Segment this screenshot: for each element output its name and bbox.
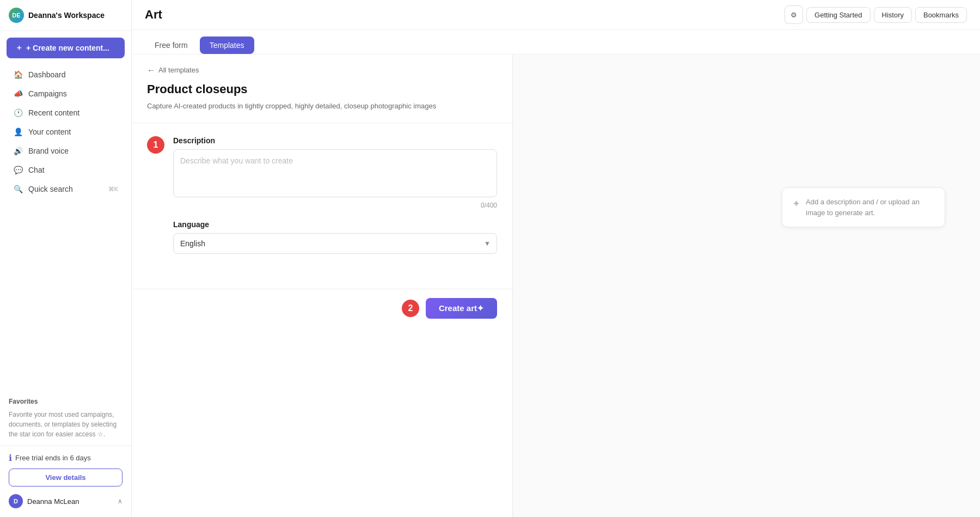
char-count: 0/400 <box>173 202 497 209</box>
user-name: Deanna McLean <box>27 497 79 506</box>
search-icon: 🔍 <box>13 184 23 194</box>
top-bar: Art ⚙ Getting Started History Bookmarks <box>132 0 980 30</box>
main-content: Art ⚙ Getting Started History Bookmarks … <box>132 0 980 517</box>
left-panel: ← All templates Product closeups Capture… <box>132 54 513 517</box>
template-description: Capture AI-created products in tightly c… <box>147 101 497 112</box>
content-area: ← All templates Product closeups Capture… <box>132 54 980 517</box>
create-new-button[interactable]: ＋ + Create new content... <box>7 38 125 58</box>
sidebar-item-quick-search[interactable]: 🔍 Quick search ⌘K <box>4 180 127 198</box>
form-section: 1 Description 0/400 Language English <box>132 123 512 289</box>
language-select-wrapper: English Spanish French German Italian Po… <box>173 233 497 254</box>
sidebar-item-campaigns[interactable]: 📣 Campaigns <box>4 84 127 103</box>
back-arrow-icon: ← <box>147 65 155 75</box>
workspace-name: Deanna's Workspace <box>28 11 105 20</box>
quick-search-shortcut: ⌘K <box>108 186 118 193</box>
favorites-section: Favorites Favorite your most used campai… <box>0 391 131 446</box>
trial-text: Free trial ends in 6 days <box>15 454 91 462</box>
user-avatar: D <box>9 494 23 508</box>
sidebar-item-dashboard[interactable]: 🏠 Dashboard <box>4 65 127 84</box>
language-select[interactable]: English Spanish French German Italian Po… <box>173 233 497 254</box>
template-title: Product closeups <box>147 82 497 96</box>
chat-icon: 💬 <box>13 165 23 175</box>
your-content-icon: 👤 <box>13 127 23 137</box>
bottom-bar: 2 Create art✦ <box>132 289 512 327</box>
create-art-button[interactable]: Create art✦ <box>426 298 497 319</box>
plus-icon: ＋ <box>15 43 23 53</box>
favorites-title: Favorites <box>9 398 122 405</box>
form-fields: Description 0/400 Language English Spani… <box>173 136 497 265</box>
tabs-row: Free form Templates <box>132 30 980 54</box>
favorites-hint: Favorite your most used campaigns, docum… <box>9 410 122 439</box>
history-button[interactable]: History <box>874 7 912 23</box>
art-hint-icon: ✦ <box>792 198 800 210</box>
sidebar-footer: ℹ Free trial ends in 6 days View details… <box>0 446 131 517</box>
sidebar-item-brand-voice[interactable]: 🔊 Brand voice <box>4 142 127 160</box>
trial-icon: ℹ <box>9 453 12 463</box>
workspace-avatar: DE <box>9 8 24 23</box>
description-label: Description <box>173 136 497 145</box>
language-label: Language <box>173 220 497 229</box>
step1-badge: 1 <box>147 136 164 154</box>
recent-content-icon: 🕐 <box>13 108 23 118</box>
user-info: D Deanna McLean <box>9 494 79 508</box>
gear-icon: ⚙ <box>791 11 797 19</box>
sidebar-item-your-content[interactable]: 👤 Your content <box>4 123 127 141</box>
campaigns-icon: 📣 <box>13 89 23 99</box>
template-header: ← All templates Product closeups Capture… <box>132 54 512 123</box>
getting-started-button[interactable]: Getting Started <box>806 7 870 23</box>
trial-banner: ℹ Free trial ends in 6 days <box>9 453 122 463</box>
settings-icon-button[interactable]: ⚙ <box>785 5 803 24</box>
top-actions: ⚙ Getting Started History Bookmarks <box>785 5 967 24</box>
sidebar-item-chat[interactable]: 💬 Chat <box>4 161 127 179</box>
step2-badge: 2 <box>402 300 419 317</box>
art-hint-box: ✦ Add a description and / or upload an i… <box>782 187 945 227</box>
create-art-wrapper: 2 Create art✦ <box>426 298 497 319</box>
brand-voice-icon: 🔊 <box>13 146 23 156</box>
language-group: Language English Spanish French German I… <box>173 220 497 254</box>
sidebar-nav: 🏠 Dashboard 📣 Campaigns 🕐 Recent content… <box>0 63 131 391</box>
user-row: D Deanna McLean ∧ <box>9 492 122 510</box>
bookmarks-button[interactable]: Bookmarks <box>915 7 967 23</box>
page-title: Art <box>145 8 162 22</box>
description-group: Description 0/400 <box>173 136 497 209</box>
user-menu-chevron[interactable]: ∧ <box>118 497 122 505</box>
description-textarea[interactable] <box>173 149 497 197</box>
art-hint-text: Add a description and / or upload an ima… <box>806 197 935 218</box>
dashboard-icon: 🏠 <box>13 70 23 80</box>
back-link[interactable]: ← All templates <box>147 65 497 75</box>
right-panel: ✦ Add a description and / or upload an i… <box>513 54 980 517</box>
tab-free-form[interactable]: Free form <box>145 37 198 54</box>
sidebar: DE Deanna's Workspace ＋ + Create new con… <box>0 0 132 517</box>
view-details-button[interactable]: View details <box>9 469 122 486</box>
tab-templates[interactable]: Templates <box>200 37 254 54</box>
sidebar-item-recent-content[interactable]: 🕐 Recent content <box>4 104 127 122</box>
workspace-header: DE Deanna's Workspace <box>0 0 131 31</box>
